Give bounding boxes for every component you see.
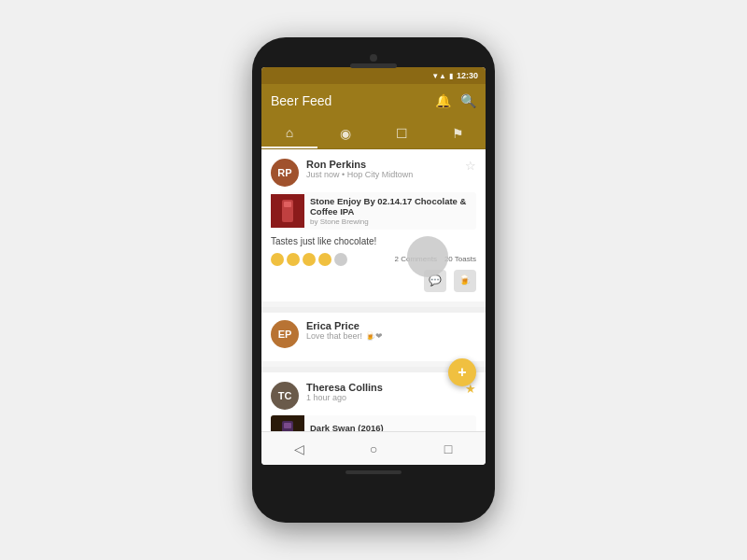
fab-button[interactable]: + [448, 358, 476, 386]
search-icon[interactable]: 🔍 [460, 93, 476, 108]
recents-button[interactable]: □ [435, 436, 461, 462]
home-icon: ⌂ [286, 125, 293, 140]
avatar-ron: RP [271, 159, 299, 187]
star-ron[interactable]: ☆ [465, 159, 476, 173]
post-text-ron: Tastes just like chocolate! [271, 235, 476, 247]
status-icons: ▼▲ ▮ [431, 72, 453, 80]
post-header-erica: EP Erica Price Love that beer! 🍺❤ [271, 320, 476, 348]
post-meta-theresa: 1 hour ago [306, 393, 465, 402]
rating-row-ron: 2 Comments 20 Toasts [271, 253, 476, 266]
notification-icon[interactable]: 🔔 [435, 93, 451, 108]
phone-speaker [350, 63, 397, 68]
nav-tabs: ⌂ ◉ ☐ ⚑ [261, 118, 486, 149]
phone-bottom [345, 470, 402, 474]
status-bar: ▼▲ ▮ 12:30 [261, 67, 486, 84]
back-button[interactable]: ◁ [286, 436, 312, 462]
post-meta-erica: Love that beer! 🍺❤ [306, 331, 476, 341]
dot-2 [287, 253, 300, 266]
app-bar-actions: 🔔 🔍 [435, 93, 476, 108]
avatar-erica: EP [271, 320, 299, 348]
beer-name-theresa: Dark Swan (2016) [310, 423, 384, 431]
phone-screen: ▼▲ ▮ 12:30 Beer Feed 🔔 🔍 ⌂ ◉ ☐ ⚑ RP [261, 67, 486, 465]
tab-compass[interactable]: ◉ [317, 118, 374, 148]
beer-info-ron: Stone Enjoy By 02.14.17 Chocolate & Coff… [304, 192, 476, 230]
wifi-icon: ▼▲ [431, 72, 446, 80]
post-erica-price: EP Erica Price Love that beer! 🍺❤ [261, 313, 486, 361]
user-info-erica: Erica Price Love that beer! 🍺❤ [306, 320, 476, 341]
svg-rect-3 [284, 423, 291, 428]
user-info-ron: Ron Perkins Just now • Hop City Midtown [306, 159, 465, 179]
username-ron: Ron Perkins [306, 159, 465, 170]
post-header-theresa: TC Theresa Collins 1 hour ago ★ [271, 382, 476, 410]
post-meta-ron: Just now • Hop City Midtown [306, 170, 465, 179]
dot-5 [334, 253, 347, 266]
avatar-theresa: TC [271, 382, 299, 410]
dot-4 [318, 253, 331, 266]
username-erica: Erica Price [306, 320, 476, 331]
beer-info-theresa: Dark Swan (2016) by Lagunitas [304, 419, 389, 431]
chat-icon: ☐ [396, 126, 408, 141]
rating-dots-ron [271, 253, 347, 266]
beer-name-ron: Stone Enjoy By 02.14.17 Chocolate & Coff… [310, 196, 471, 217]
home-bar [345, 470, 402, 474]
phone-frame: ▼▲ ▮ 12:30 Beer Feed 🔔 🔍 ⌂ ◉ ☐ ⚑ RP [252, 37, 495, 523]
beer-item-theresa[interactable]: Dark Swan (2016) by Lagunitas [271, 415, 476, 431]
status-time: 12:30 [457, 71, 478, 80]
toast-btn-ron[interactable]: 🍺 [454, 270, 476, 292]
post-header: RP Ron Perkins Just now • Hop City Midto… [271, 159, 476, 187]
tab-chat[interactable]: ☐ [374, 118, 430, 148]
post-ron-perkins: RP Ron Perkins Just now • Hop City Midto… [261, 149, 486, 301]
beer-img-ron [271, 194, 304, 228]
beer-item-ron[interactable]: Stone Enjoy By 02.14.17 Chocolate & Coff… [271, 192, 476, 230]
app-title: Beer Feed [271, 93, 331, 108]
tab-alert[interactable]: ⚑ [430, 118, 486, 148]
home-button[interactable]: ○ [360, 436, 387, 462]
app-bar: Beer Feed 🔔 🔍 [261, 84, 486, 118]
alert-icon: ⚑ [452, 126, 464, 141]
dot-1 [271, 253, 284, 266]
beer-brewery-ron: by Stone Brewing [310, 217, 471, 226]
tab-home[interactable]: ⌂ [261, 118, 317, 148]
battery-icon: ▮ [449, 72, 453, 80]
feed: RP Ron Perkins Just now • Hop City Midto… [261, 149, 486, 431]
username-theresa: Theresa Collins [306, 382, 465, 393]
bottom-nav: ◁ ○ □ [261, 431, 486, 465]
phone-camera [370, 54, 377, 62]
compass-icon: ◉ [340, 126, 351, 141]
action-row-ron: 💬 🍺 [271, 270, 476, 292]
beer-img-theresa [271, 415, 304, 431]
user-info-theresa: Theresa Collins 1 hour ago [306, 382, 465, 402]
svg-rect-1 [284, 202, 291, 207]
toasts-count-ron: 20 Toasts [444, 255, 476, 263]
swipe-hint [407, 236, 448, 277]
dot-3 [303, 253, 316, 266]
